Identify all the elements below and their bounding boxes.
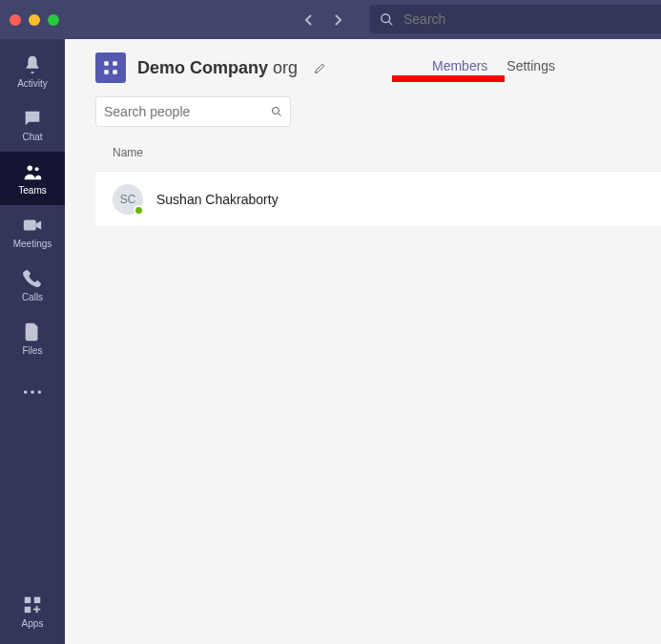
more-icon bbox=[22, 389, 43, 395]
svg-point-15 bbox=[273, 108, 279, 114]
apps-icon bbox=[22, 594, 43, 615]
rail-label: Activity bbox=[17, 78, 48, 89]
svg-point-5 bbox=[24, 390, 28, 394]
search-icon bbox=[380, 12, 394, 27]
files-icon bbox=[22, 322, 43, 343]
rail-activity[interactable]: Activity bbox=[0, 45, 65, 98]
svg-line-16 bbox=[279, 114, 281, 116]
rail-label: Files bbox=[22, 345, 42, 356]
rail-label: Calls bbox=[22, 292, 43, 302]
members-list: Name SC Sushan Chakraborty bbox=[95, 146, 661, 227]
pencil-icon bbox=[313, 61, 327, 75]
bell-icon bbox=[22, 54, 43, 75]
rail-apps[interactable]: Apps bbox=[0, 585, 65, 638]
team-avatar bbox=[95, 52, 126, 83]
svg-rect-11 bbox=[104, 61, 109, 66]
svg-rect-14 bbox=[113, 70, 117, 74]
member-avatar: SC bbox=[113, 184, 143, 215]
search-people-input[interactable] bbox=[104, 104, 271, 119]
rail-more[interactable] bbox=[0, 365, 65, 419]
app-rail: Activity Chat Teams Meetings Calls Files bbox=[0, 39, 65, 644]
team-header: Demo Company org bbox=[65, 39, 661, 83]
search-icon bbox=[271, 104, 282, 119]
rail-label: Chat bbox=[22, 132, 42, 142]
svg-point-2 bbox=[28, 166, 33, 172]
svg-rect-12 bbox=[113, 61, 117, 66]
svg-rect-4 bbox=[24, 220, 36, 231]
svg-point-7 bbox=[38, 390, 42, 394]
global-search[interactable] bbox=[370, 5, 661, 33]
presence-available-icon bbox=[134, 205, 144, 216]
member-name: Sushan Chakraborty bbox=[156, 192, 279, 207]
rail-label: Meetings bbox=[13, 239, 52, 249]
rail-teams[interactable]: Teams bbox=[0, 152, 65, 205]
svg-rect-13 bbox=[104, 70, 109, 74]
rail-calls[interactable]: Calls bbox=[0, 259, 65, 312]
tab-settings[interactable]: Settings bbox=[497, 52, 565, 83]
rail-label: Apps bbox=[22, 618, 44, 629]
svg-line-1 bbox=[388, 21, 392, 25]
teams-icon bbox=[22, 161, 43, 182]
edit-team-button[interactable] bbox=[309, 57, 330, 78]
team-name: Demo Company bbox=[137, 58, 268, 77]
global-search-input[interactable] bbox=[403, 11, 651, 27]
nav-arrows bbox=[300, 11, 346, 29]
member-initials: SC bbox=[120, 193, 136, 206]
close-window-button[interactable] bbox=[10, 14, 21, 26]
rail-files[interactable]: Files bbox=[0, 312, 65, 365]
org-icon bbox=[102, 59, 119, 76]
team-title: Demo Company org bbox=[137, 58, 298, 78]
maximize-window-button[interactable] bbox=[48, 14, 59, 26]
svg-rect-8 bbox=[25, 597, 31, 603]
svg-point-0 bbox=[382, 13, 390, 22]
member-row[interactable]: SC Sushan Chakraborty bbox=[95, 172, 661, 227]
svg-point-3 bbox=[35, 167, 39, 171]
titlebar bbox=[0, 0, 661, 39]
forward-button[interactable] bbox=[329, 11, 346, 29]
minimize-window-button[interactable] bbox=[29, 14, 40, 26]
window-controls bbox=[10, 14, 59, 26]
content-area: Demo Company org Members Settings Name S… bbox=[65, 39, 661, 644]
chat-icon bbox=[22, 108, 43, 129]
meetings-icon bbox=[22, 215, 43, 236]
svg-rect-9 bbox=[34, 597, 40, 603]
svg-point-6 bbox=[31, 390, 34, 394]
calls-icon bbox=[22, 268, 43, 289]
annotation-highlight bbox=[392, 75, 505, 82]
back-button[interactable] bbox=[300, 11, 318, 29]
search-people[interactable] bbox=[95, 96, 291, 127]
svg-rect-10 bbox=[25, 607, 31, 613]
rail-chat[interactable]: Chat bbox=[0, 98, 65, 152]
column-header-name: Name bbox=[95, 146, 661, 172]
rail-meetings[interactable]: Meetings bbox=[0, 205, 65, 259]
team-suffix: org bbox=[273, 58, 298, 77]
rail-label: Teams bbox=[18, 185, 46, 196]
